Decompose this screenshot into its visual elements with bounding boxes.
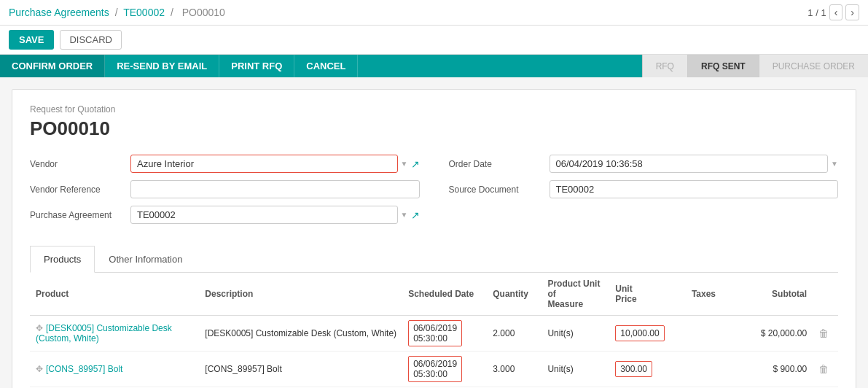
th-scheduled-date: Scheduled Date: [402, 273, 487, 316]
order-date-label: Order Date: [449, 159, 544, 169]
breadcrumb: Purchase Agreements / TE00002 / PO00010: [9, 7, 228, 18]
th-taxes: Taxes: [686, 273, 737, 316]
purchase-agreement-field: ▼ ↗: [130, 206, 420, 224]
unit-price-value[interactable]: 10,000.00: [615, 325, 664, 341]
product-link[interactable]: [DESK0005] Customizable Desk (Custom, Wh…: [36, 323, 172, 344]
cell-taxes: [686, 352, 737, 387]
cell-product: ✥[DESK0005] Customizable Desk (Custom, W…: [30, 316, 199, 352]
save-button[interactable]: SAVE: [9, 30, 54, 50]
vendor-row: Vendor ▼ ↗: [30, 155, 420, 173]
th-action: [813, 273, 838, 316]
print-rfq-button[interactable]: PRINT RFQ: [219, 55, 294, 77]
status-rfq-sent[interactable]: RFQ SENT: [687, 55, 759, 77]
pager-text: 1 / 1: [808, 7, 826, 18]
tabs: Products Other Information: [30, 246, 838, 273]
drag-handle[interactable]: ✥: [36, 323, 43, 333]
status-purchase-order[interactable]: PURCHASE ORDER: [759, 55, 868, 77]
order-date-input[interactable]: [550, 155, 829, 173]
th-unit-price: UnitPrice: [609, 273, 686, 316]
th-quantity: Quantity: [487, 273, 541, 316]
status-bar: RFQ RFQ SENT PURCHASE ORDER: [642, 55, 868, 77]
breadcrumb-part3: PO00010: [182, 7, 225, 18]
form-right: Order Date ▼ Source Document: [449, 155, 839, 231]
pager-next-button[interactable]: ›: [845, 4, 859, 20]
breadcrumb-sep2: /: [171, 7, 173, 18]
cancel-button[interactable]: CANCEL: [294, 55, 358, 77]
purchase-agreement-label: Purchase Agreement: [30, 210, 125, 220]
form-left: Vendor ▼ ↗ Vendor Reference Purc: [30, 155, 420, 231]
cell-scheduled-date: 06/06/201905:30:00: [402, 316, 487, 352]
scheduled-date-value[interactable]: 06/06/201905:30:00: [408, 356, 462, 382]
content-area: Request for Quotation PO00010 Vendor ▼ ↗…: [0, 77, 868, 388]
status-rfq[interactable]: RFQ: [642, 55, 687, 77]
order-date-row: Order Date ▼: [449, 155, 839, 173]
cell-taxes: [686, 316, 737, 352]
th-product: Product: [30, 273, 199, 316]
tab-products[interactable]: Products: [30, 246, 95, 273]
source-doc-row: Source Document: [449, 180, 839, 198]
vendor-ref-field: [130, 180, 420, 198]
table-row: ✥[DESK0005] Customizable Desk (Custom, W…: [30, 316, 838, 352]
vendor-input[interactable]: [130, 155, 398, 173]
th-subtotal: Subtotal: [737, 273, 813, 316]
pager-prev-button[interactable]: ‹: [829, 4, 843, 20]
cell-quantity: 2.000: [487, 316, 541, 352]
unit-price-value[interactable]: 300.00: [615, 361, 652, 377]
breadcrumb-part1[interactable]: Purchase Agreements: [9, 7, 109, 18]
purchase-agreement-row: Purchase Agreement ▼ ↗: [30, 206, 420, 224]
pa-external-link[interactable]: ↗: [411, 209, 420, 221]
vendor-external-link[interactable]: ↗: [411, 158, 420, 170]
delete-row-icon[interactable]: 🗑: [818, 363, 829, 375]
resend-email-button[interactable]: RE-SEND BY EMAIL: [105, 55, 219, 77]
action-buttons: CONFIRM ORDER RE-SEND BY EMAIL PRINT RFQ…: [0, 55, 358, 77]
product-link[interactable]: [CONS_89957] Bolt: [46, 364, 122, 374]
th-uom: Product Unit ofMeasure: [541, 273, 609, 316]
form-card: Request for Quotation PO00010 Vendor ▼ ↗…: [12, 89, 856, 388]
form-subtitle: Request for Quotation: [30, 104, 838, 115]
scheduled-date-value[interactable]: 06/06/201905:30:00: [408, 320, 462, 346]
form-grid: Vendor ▼ ↗ Vendor Reference Purc: [30, 155, 838, 231]
order-date-field: ▼: [550, 155, 839, 173]
purchase-agreement-input[interactable]: [130, 206, 398, 224]
table-row: ✥[CONS_89957] Bolt[CONS_89957] Bolt06/06…: [30, 352, 838, 387]
cell-uom: Unit(s): [541, 352, 609, 387]
cell-quantity: 3.000: [487, 352, 541, 387]
cell-delete: 🗑: [813, 352, 838, 387]
confirm-order-button[interactable]: CONFIRM ORDER: [0, 55, 105, 77]
source-doc-input[interactable]: [550, 180, 839, 198]
cell-unit-price: 10,000.00: [609, 316, 686, 352]
vendor-ref-row: Vendor Reference: [30, 180, 420, 198]
products-table: Product Description Scheduled Date Quant…: [30, 273, 838, 387]
vendor-ref-input[interactable]: [130, 180, 420, 198]
source-doc-field: [550, 180, 839, 198]
breadcrumb-part2[interactable]: TE00002: [123, 7, 165, 18]
cell-uom: Unit(s): [541, 316, 609, 352]
form-title: PO00010: [30, 117, 838, 140]
vendor-field: ▼ ↗: [130, 155, 420, 173]
vendor-dropdown-arrow: ▼: [401, 160, 408, 168]
delete-row-icon[interactable]: 🗑: [818, 327, 829, 339]
table-area: Product Description Scheduled Date Quant…: [30, 273, 838, 387]
pager: 1 / 1 ‹ ›: [808, 4, 859, 20]
cell-delete: 🗑: [813, 316, 838, 352]
cell-description: [CONS_89957] Bolt: [199, 352, 402, 387]
cell-description: [DESK0005] Customizable Desk (Custom, Wh…: [199, 316, 402, 352]
cell-scheduled-date: 06/06/201905:30:00: [402, 352, 487, 387]
save-bar: SAVE DISCARD: [0, 26, 868, 55]
cell-subtotal: $ 900.00: [737, 352, 813, 387]
cell-unit-price: 300.00: [609, 352, 686, 387]
vendor-label: Vendor: [30, 159, 125, 169]
order-date-arrow: ▼: [831, 160, 838, 168]
discard-button[interactable]: DISCARD: [60, 30, 122, 50]
drag-handle[interactable]: ✥: [36, 364, 43, 374]
action-bar: CONFIRM ORDER RE-SEND BY EMAIL PRINT RFQ…: [0, 55, 868, 77]
cell-product: ✥[CONS_89957] Bolt: [30, 352, 199, 387]
tab-other-information[interactable]: Other Information: [95, 246, 196, 272]
th-description: Description: [199, 273, 402, 316]
source-doc-label: Source Document: [449, 185, 544, 195]
cell-subtotal: $ 20,000.00: [737, 316, 813, 352]
vendor-ref-label: Vendor Reference: [30, 185, 125, 195]
breadcrumb-sep1: /: [115, 7, 118, 18]
pa-dropdown-arrow: ▼: [401, 211, 408, 219]
